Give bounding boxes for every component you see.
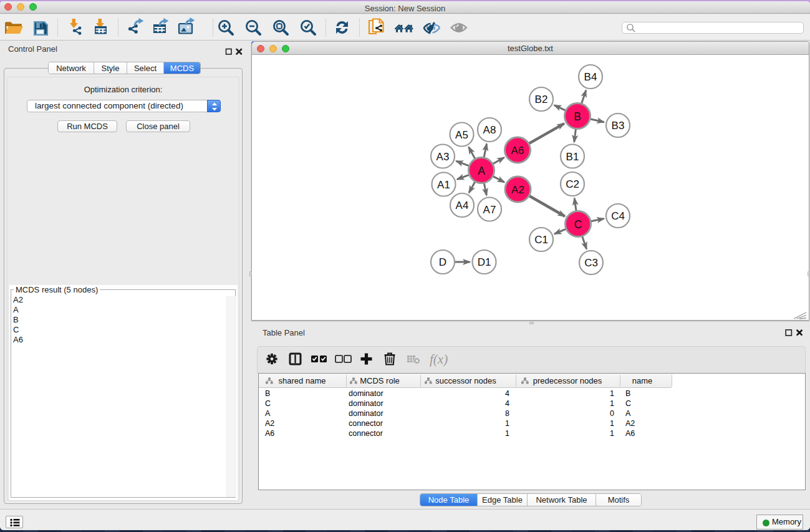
svg-text:B: B	[574, 110, 581, 123]
svg-text:D: D	[439, 256, 446, 268]
svg-text:A: A	[478, 165, 485, 177]
svg-text:C2: C2	[566, 178, 579, 190]
svg-text:A2: A2	[511, 184, 524, 196]
svg-text:A8: A8	[483, 124, 496, 136]
svg-text:B1: B1	[566, 151, 579, 163]
svg-text:B4: B4	[584, 71, 597, 83]
svg-text:C3: C3	[584, 257, 598, 269]
svg-text:A7: A7	[483, 204, 496, 216]
svg-text:A1: A1	[437, 179, 450, 191]
svg-text:f(x): f(x)	[430, 352, 448, 367]
svg-text:A5: A5	[455, 129, 468, 141]
svg-text:D1: D1	[478, 256, 491, 268]
svg-text:A3: A3	[436, 151, 450, 163]
svg-text:C1: C1	[534, 234, 548, 246]
svg-text:A4: A4	[456, 200, 469, 211]
svg-text:C4: C4	[611, 210, 625, 222]
svg-text:B3: B3	[612, 120, 625, 132]
svg-text:C: C	[574, 218, 582, 231]
svg-text:B2: B2	[535, 94, 548, 105]
svg-text:A6: A6	[511, 145, 524, 157]
